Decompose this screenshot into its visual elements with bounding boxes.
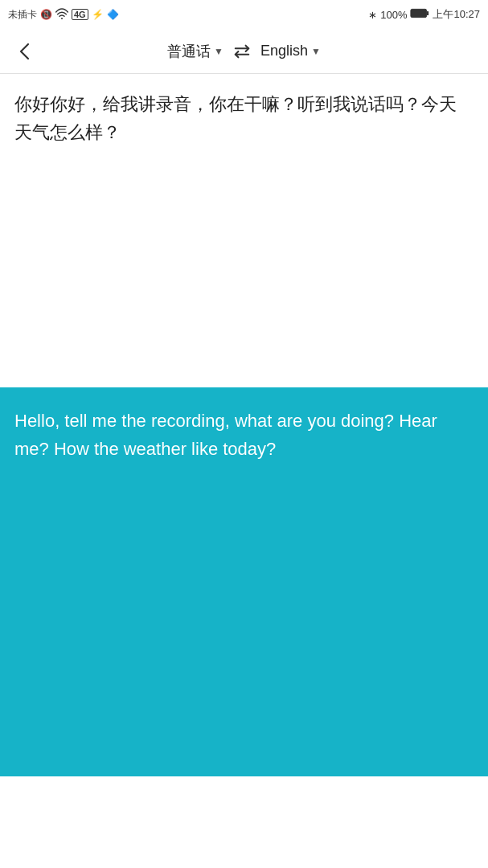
swap-languages-button[interactable] bbox=[233, 43, 251, 60]
translation-text: Hello, tell me the recording, what are y… bbox=[14, 407, 474, 463]
svg-rect-2 bbox=[427, 11, 429, 15]
source-lang-chevron-icon: ▼ bbox=[214, 46, 223, 57]
bluetooth-icon: ∗ bbox=[368, 9, 377, 21]
battery-percent: 100% bbox=[380, 9, 407, 21]
svg-rect-1 bbox=[411, 9, 427, 17]
status-bar: 未插卡 📵 4G ⚡ 🔷 ∗ 100% 上午10:27 bbox=[0, 0, 488, 29]
source-language-label: 普通话 bbox=[167, 42, 211, 61]
no-sim-text: 未插卡 bbox=[8, 8, 37, 22]
time-display: 上午10:27 bbox=[433, 7, 480, 22]
source-panel: 你好你好，给我讲录音，你在干嘛？听到我说话吗？今天天气怎么样？ bbox=[0, 74, 488, 387]
wifi-icon bbox=[55, 8, 68, 22]
usb-icon: ⚡ bbox=[92, 9, 104, 20]
toolbar: 普通话 ▼ English ▼ bbox=[0, 29, 488, 74]
target-language-selector[interactable]: English ▼ bbox=[260, 43, 321, 59]
status-left: 未插卡 📵 4G ⚡ 🔷 bbox=[8, 8, 119, 22]
back-button[interactable] bbox=[13, 39, 39, 64]
source-text: 你好你好，给我讲录音，你在干嘛？听到我说话吗？今天天气怎么样？ bbox=[14, 90, 474, 146]
data-icon: 4G bbox=[72, 9, 88, 20]
svg-point-0 bbox=[61, 18, 63, 19]
status-right: ∗ 100% 上午10:27 bbox=[368, 7, 480, 22]
target-language-label: English bbox=[260, 43, 308, 59]
source-language-selector[interactable]: 普通话 ▼ bbox=[167, 42, 223, 61]
battery-icon bbox=[410, 8, 429, 21]
extra-icon: 🔷 bbox=[107, 9, 119, 20]
target-lang-chevron-icon: ▼ bbox=[311, 46, 321, 57]
translation-panel: Hello, tell me the recording, what are y… bbox=[0, 387, 488, 776]
language-selector-area: 普通话 ▼ English ▼ bbox=[39, 42, 449, 61]
sim-icon: 📵 bbox=[40, 9, 52, 20]
